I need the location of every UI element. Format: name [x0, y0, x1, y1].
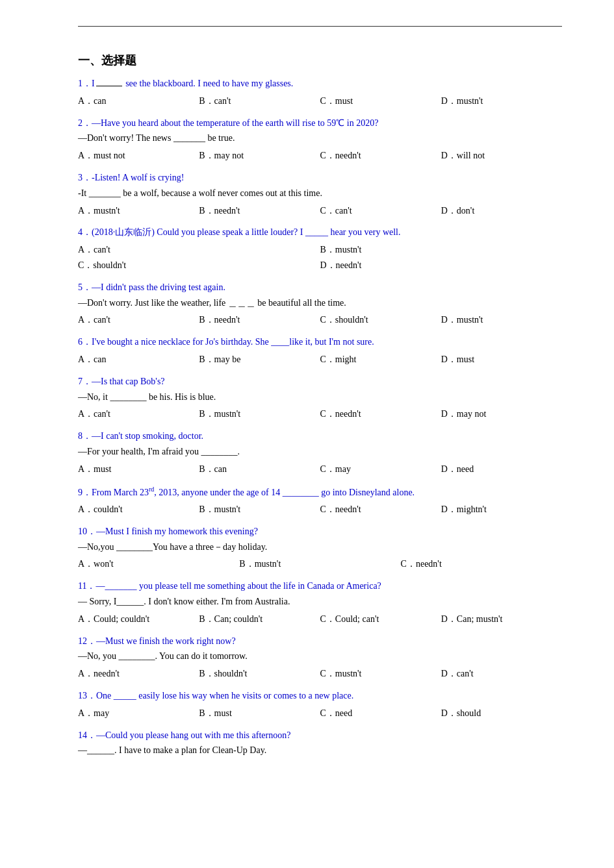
q11-sub: — Sorry, I______. I don't know either. I… [78, 594, 562, 610]
q6-opt-b[interactable]: B．may be [199, 352, 320, 367]
q1-opt-c[interactable]: C．must [320, 93, 441, 109]
top-divider [78, 26, 562, 27]
q2-stem: 2．—Have you heard about the temperature … [78, 116, 562, 131]
q5-opt-a[interactable]: A．can't [78, 312, 199, 328]
q12-opt-d[interactable]: D．can't [441, 666, 562, 682]
question-7: 7．—Is that cap Bob's? —No, it ________ b… [78, 374, 562, 422]
q12-options: A．needn't B．shouldn't C．mustn't D．can't [78, 666, 562, 682]
q5-opt-c[interactable]: C．shouldn't [320, 312, 441, 328]
question-3: 3．-Listen! A wolf is crying! -It _______… [78, 170, 562, 218]
q10-options: A．won't B．mustn't C．needn't [78, 556, 562, 572]
q8-stem: 8．—I can't stop smoking, doctor. [78, 428, 562, 444]
q6-opt-c[interactable]: C．might [320, 352, 441, 367]
q1-opt-d[interactable]: D．mustn't [441, 93, 562, 109]
q1-opt-b[interactable]: B．can't [199, 93, 320, 109]
q13-opt-c[interactable]: C．need [320, 706, 441, 721]
q5-options: A．can't B．needn't C．shouldn't D．mustn't [78, 312, 562, 328]
question-13: 13．One _____ easily lose his way when he… [78, 688, 562, 721]
q8-options: A．must B．can C．may D．need [78, 462, 562, 477]
q2-opt-b[interactable]: B．may not [199, 148, 320, 164]
q11-stem: 11．—_______ you please tell me something… [78, 578, 562, 594]
q2-options: A．must not B．may not C．needn't D．will no… [78, 148, 562, 164]
question-5: 5．—I didn't pass the driving test again.… [78, 280, 562, 328]
q2-opt-c[interactable]: C．needn't [320, 148, 441, 164]
q3-sub: -It _______ be a wolf, because a wolf ne… [78, 186, 562, 201]
q13-options: A．may B．must C．need D．should [78, 706, 562, 721]
q4-opt-c[interactable]: C．shouldn't [78, 258, 320, 273]
q8-opt-a[interactable]: A．must [78, 462, 199, 477]
q2-opt-a[interactable]: A．must not [78, 148, 199, 164]
q4-opt-a[interactable]: A．can't [78, 242, 320, 258]
q9-opt-a[interactable]: A．couldn't [78, 502, 199, 517]
q9-opt-d[interactable]: D．mightn't [441, 502, 562, 517]
q5-sub: —Don't worry. Just like the weather, lif… [78, 295, 562, 311]
q8-sub: —For your health, I'm afraid you _______… [78, 444, 562, 460]
q7-sub: —No, it ________ be his. His is blue. [78, 390, 562, 405]
q5-stem: 5．—I didn't pass the driving test again. [78, 280, 562, 295]
q7-opt-d[interactable]: D．may not [441, 406, 562, 422]
question-6: 6．I've bought a nice necklace for Jo's b… [78, 334, 562, 367]
q6-opt-d[interactable]: D．must [441, 352, 562, 367]
q13-opt-b[interactable]: B．must [199, 706, 320, 721]
q6-options: A．can B．may be C．might D．must [78, 352, 562, 367]
q12-opt-b[interactable]: B．shouldn't [199, 666, 320, 682]
q3-opt-d[interactable]: D．don't [441, 203, 562, 219]
q4-options: A．can't B．mustn't C．shouldn't D．needn't [78, 242, 562, 273]
q3-opt-a[interactable]: A．mustn't [78, 203, 199, 219]
q4-opt-b[interactable]: B．mustn't [320, 242, 563, 258]
q2-opt-d[interactable]: D．will not [441, 148, 562, 164]
q1-options: A．can B．can't C．must D．mustn't [78, 93, 562, 109]
q11-opt-a[interactable]: A．Could; couldn't [78, 612, 199, 627]
q8-opt-d[interactable]: D．need [441, 462, 562, 477]
q2-sub: —Don't worry! The news _______ be true. [78, 130, 562, 146]
q12-opt-c[interactable]: C．mustn't [320, 666, 441, 682]
q4-stem: 4．(2018·山东临沂) Could you please speak a l… [78, 225, 562, 240]
q5-opt-d[interactable]: D．mustn't [441, 312, 562, 328]
q1-opt-a[interactable]: A．can [78, 93, 199, 109]
question-1: 1．I see the blackboard. I need to have m… [78, 76, 562, 109]
q13-opt-a[interactable]: A．may [78, 706, 199, 721]
q7-opt-b[interactable]: B．mustn't [199, 406, 320, 422]
q10-opt-c[interactable]: C．needn't [401, 556, 562, 572]
q10-opt-b[interactable]: B．mustn't [239, 556, 400, 572]
q9-opt-b[interactable]: B．mustn't [199, 502, 320, 517]
q9-options: A．couldn't B．mustn't C．needn't D．mightn'… [78, 502, 562, 517]
q7-opt-c[interactable]: C．needn't [320, 406, 441, 422]
q3-stem: 3．-Listen! A wolf is crying! [78, 170, 562, 186]
q4-opt-d[interactable]: D．needn't [320, 258, 563, 273]
q10-opt-a[interactable]: A．won't [78, 556, 239, 572]
q5-opt-b[interactable]: B．needn't [199, 312, 320, 328]
question-2: 2．—Have you heard about the temperature … [78, 116, 562, 164]
question-9: 9．From March 23rd, 2013, anyone under th… [78, 484, 562, 517]
question-14: 14．—Could you please hang out with me th… [78, 728, 562, 759]
q14-stem: 14．—Could you please hang out with me th… [78, 728, 562, 743]
q11-opt-b[interactable]: B．Can; couldn't [199, 612, 320, 627]
q7-stem: 7．—Is that cap Bob's? [78, 374, 562, 390]
q10-sub: —No,you ________You have a three－day hol… [78, 539, 562, 555]
q11-opt-c[interactable]: C．Could; can't [320, 612, 441, 627]
q8-opt-c[interactable]: C．may [320, 462, 441, 477]
q10-stem: 10．—Must I finish my homework this eveni… [78, 524, 562, 539]
q11-opt-d[interactable]: D．Can; mustn't [441, 612, 562, 627]
q13-opt-d[interactable]: D．should [441, 706, 562, 721]
q8-opt-b[interactable]: B．can [199, 462, 320, 477]
q6-opt-a[interactable]: A．can [78, 352, 199, 367]
q9-stem: 9．From March 23rd, 2013, anyone under th… [78, 484, 562, 500]
q3-options: A．mustn't B．needn't C．can't D．don't [78, 203, 562, 219]
question-4: 4．(2018·山东临沂) Could you please speak a l… [78, 225, 562, 273]
q13-stem: 13．One _____ easily lose his way when he… [78, 688, 562, 704]
q9-opt-c[interactable]: C．needn't [320, 502, 441, 517]
q7-options: A．can't B．mustn't C．needn't D．may not [78, 406, 562, 422]
q11-options: A．Could; couldn't B．Can; couldn't C．Coul… [78, 612, 562, 627]
question-10: 10．—Must I finish my homework this eveni… [78, 524, 562, 572]
q6-stem: 6．I've bought a nice necklace for Jo's b… [78, 334, 562, 350]
q3-opt-b[interactable]: B．needn't [199, 203, 320, 219]
q14-sub: —______. I have to make a plan for Clean… [78, 743, 562, 758]
q12-stem: 12．—Must we finish the work right now? [78, 634, 562, 649]
question-12: 12．—Must we finish the work right now? —… [78, 634, 562, 682]
q7-opt-a[interactable]: A．can't [78, 406, 199, 422]
question-8: 8．—I can't stop smoking, doctor. —For yo… [78, 428, 562, 477]
q12-sub: —No, you ________. You can do it tomorro… [78, 649, 562, 664]
q12-opt-a[interactable]: A．needn't [78, 666, 199, 682]
q3-opt-c[interactable]: C．can't [320, 203, 441, 219]
